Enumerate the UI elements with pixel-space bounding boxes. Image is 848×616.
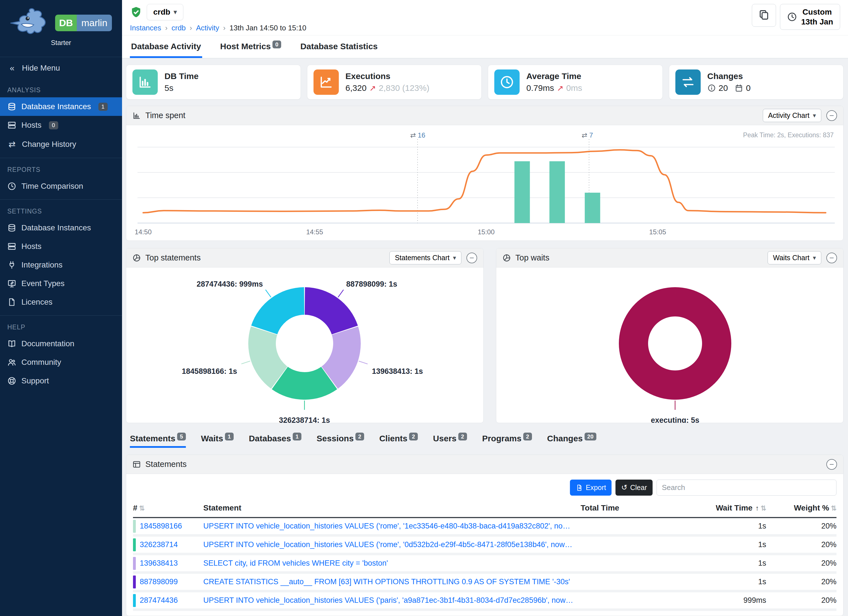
sidebar-item-documentation[interactable]: Documentation (0, 334, 122, 353)
tab-programs[interactable]: Programs2 (482, 434, 532, 448)
count-badge: 1 (225, 433, 234, 441)
breadcrumb-activity[interactable]: Activity (196, 24, 219, 32)
col-num[interactable]: #⇅ (133, 503, 203, 512)
col-wait-time[interactable]: Wait Time↑⇅ (676, 503, 766, 512)
card-average-time: Average Time 0.79ms ↗ 0ms (488, 65, 663, 99)
collapse-button[interactable]: − (826, 252, 837, 263)
tab-databases[interactable]: Databases1 (249, 434, 301, 448)
wait-time-value: 1s (676, 522, 766, 530)
export-button[interactable]: Export (570, 479, 612, 496)
weight-value: 20% (766, 522, 836, 530)
sidebar-item-settings-hosts[interactable]: Hosts (0, 237, 122, 256)
statement-link[interactable]: UPSERT INTO vehicle_location_histories V… (203, 522, 581, 530)
statement-link[interactable]: SELECT city, id FROM vehicles WHERE city… (203, 559, 581, 568)
top-statements-header: Top statements Statements Chart ▾ − (126, 248, 483, 267)
card-delta: 2,830 (123%) (379, 83, 429, 93)
panel-title: Top waits (515, 253, 549, 263)
table-header: #⇅ Statement Total Time Wait Time↑⇅ Weig… (133, 501, 836, 518)
time-spent-chart[interactable]: ⇄ 16⇄ 714:5014:5515:0015:05 (132, 128, 838, 237)
activity-chart-select[interactable]: Activity Chart ▾ (763, 109, 821, 122)
card-title: Changes (707, 71, 751, 81)
time-range-label: Custom 13th Jan (801, 7, 833, 27)
brand-wordmark: DB marlin (55, 15, 112, 31)
collapse-button[interactable]: − (467, 252, 477, 263)
statement-id-link[interactable]: 287474436 (140, 596, 184, 605)
copy-icon (758, 9, 769, 21)
sidebar-item-event-types[interactable]: Event Types (0, 274, 122, 293)
statements-chart-select[interactable]: Statements Chart ▾ (390, 251, 461, 264)
statement-id-link[interactable]: 1845898166 (140, 522, 189, 530)
tab-host-metrics[interactable]: Host Metrics0 (219, 36, 282, 58)
card-changes: Changes 20 0 (669, 65, 844, 99)
tab-sessions[interactable]: Sessions2 (317, 434, 364, 448)
sidebar-item-time-comparison[interactable]: Time Comparison (0, 177, 122, 196)
sidebar-item-licences[interactable]: Licences (0, 293, 122, 312)
col-weight[interactable]: Weight %⇅ (766, 503, 836, 512)
time-spent-panel: Time spent Activity Chart ▾ − Peak Time:… (126, 106, 844, 241)
statement-color-chip (133, 520, 136, 533)
breadcrumb-instances[interactable]: Instances (130, 24, 161, 32)
statement-id-link[interactable]: 887898099 (140, 577, 184, 586)
statement-color-chip (133, 538, 136, 551)
statement-link[interactable]: CREATE STATISTICS __auto__ FROM [63] WIT… (203, 577, 581, 586)
sidebar-item-label: Database Instances (21, 223, 91, 232)
col-statement[interactable]: Statement (203, 503, 581, 512)
section-settings: SETTINGS (0, 200, 122, 218)
statements-panel: Statements − Export ↺ Clear #⇅ (126, 454, 844, 616)
exchange-icon: ⇄ (7, 139, 17, 149)
svg-text:139638413: 1s: 139638413: 1s (372, 367, 423, 376)
sidebar-item-label: Hosts (21, 121, 42, 130)
table-row: 139638413 SELECT city, id FROM vehicles … (133, 555, 836, 574)
tab-waits[interactable]: Waits1 (201, 434, 234, 448)
sidebar-item-community[interactable]: Community (0, 353, 122, 371)
hide-menu-button[interactable]: « Hide Menu (0, 57, 122, 79)
marlin-fish-icon (10, 7, 52, 38)
trend-up-icon: ↗ (369, 83, 376, 93)
sidebar-item-label: Integrations (21, 260, 62, 269)
minus-icon: − (829, 460, 834, 469)
search-input[interactable] (657, 479, 836, 496)
table-icon (132, 460, 141, 469)
sidebar-item-change-history[interactable]: ⇄ Change History (0, 134, 122, 154)
statement-link[interactable]: UPSERT INTO vehicle_location_histories V… (203, 596, 581, 605)
tab-changes[interactable]: Changes20 (547, 434, 596, 448)
statement-id-link[interactable]: 326238714 (140, 540, 184, 549)
sidebar-item-hosts[interactable]: Hosts 0 (0, 116, 122, 134)
tab-database-activity[interactable]: Database Activity (130, 36, 202, 58)
count-badge: 2 (523, 433, 532, 441)
copy-button[interactable] (752, 4, 776, 27)
tab-clients[interactable]: Clients2 (379, 434, 418, 448)
tab-database-statistics[interactable]: Database Statistics (299, 36, 379, 58)
count-badge: 20 (584, 433, 596, 441)
collapse-button[interactable]: − (826, 110, 837, 121)
sidebar-item-database-instances[interactable]: Database Instances 1 (0, 97, 122, 116)
instance-selector[interactable]: crdb ▾ (147, 4, 183, 20)
statement-link[interactable]: UPSERT INTO vehicle_location_histories V… (203, 540, 581, 549)
plan-label: Starter (51, 39, 71, 47)
tab-statements[interactable]: Statements5 (130, 434, 186, 448)
sidebar-item-label: Licences (21, 298, 53, 307)
time-range-button[interactable]: Custom 13th Jan (780, 4, 840, 30)
col-total-time[interactable]: Total Time (581, 503, 676, 512)
count-badge: 2 (458, 433, 467, 441)
time-spent-body: Peak Time: 2s, Executions: 837 ⇄ 16⇄ 714… (126, 125, 843, 240)
sidebar-item-integrations[interactable]: Integrations (0, 256, 122, 274)
tab-users[interactable]: Users2 (433, 434, 467, 448)
top-statements-donut[interactable]: 887898099: 1s139638413: 1s326238714: 1s1… (126, 267, 483, 423)
waits-chart-select[interactable]: Waits Chart ▾ (768, 251, 821, 264)
breadcrumb-crdb[interactable]: crdb (172, 24, 186, 32)
wait-time-value: 999ms (676, 596, 766, 605)
minus-icon: − (470, 254, 474, 263)
changes-info-count: 20 (719, 83, 728, 93)
server-icon (7, 242, 16, 251)
collapse-button[interactable]: − (826, 459, 837, 470)
statements-table: #⇅ Statement Total Time Wait Time↑⇅ Weig… (126, 501, 843, 611)
sidebar-item-settings-database-instances[interactable]: Database Instances (0, 218, 122, 237)
chevrons-left-icon: « (7, 63, 17, 73)
changes-calendar-count: 0 (746, 83, 751, 93)
statement-id-link[interactable]: 139638413 (140, 559, 184, 568)
sidebar-item-support[interactable]: Support (0, 371, 122, 390)
bar-chart-icon (132, 70, 158, 95)
clear-button[interactable]: ↺ Clear (615, 479, 652, 496)
top-waits-donut[interactable]: executing: 5s (496, 267, 843, 423)
